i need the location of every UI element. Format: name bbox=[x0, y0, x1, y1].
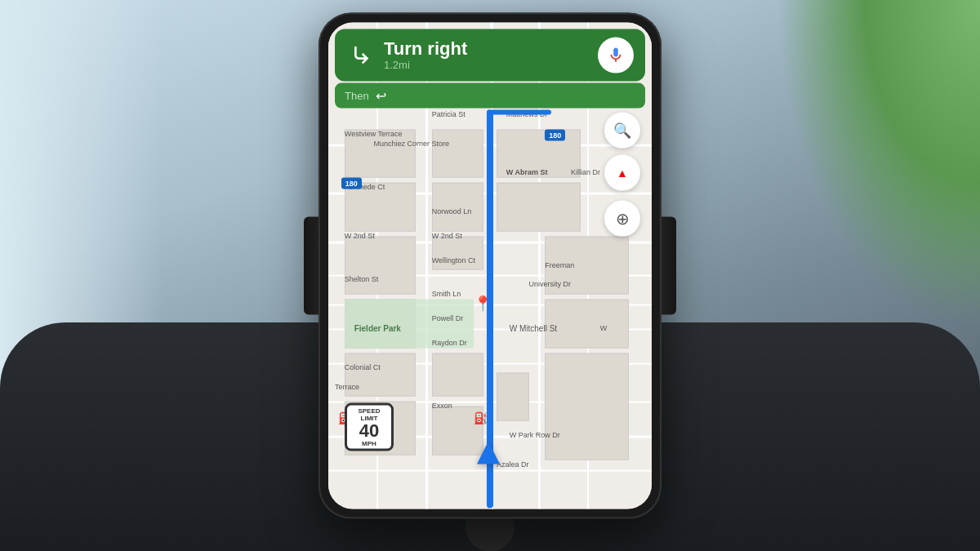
speed-number: 40 bbox=[349, 421, 390, 439]
street-label-killian: Killian Dr bbox=[571, 168, 600, 176]
street-label-w2nd-right: W 2nd St bbox=[432, 231, 462, 239]
park-label: Fielder Park bbox=[354, 324, 401, 333]
turn-direction-text: Turn right bbox=[384, 39, 467, 59]
street-label-wmitchell: W Mitchell St bbox=[510, 324, 557, 333]
layers-button[interactable]: ⊕ bbox=[604, 200, 640, 236]
street-label-shelton: Shelton St bbox=[345, 275, 379, 283]
street-label-azalea: Azalea Dr bbox=[497, 460, 529, 468]
car-interior: Similar ETA Patricia St Matthews Dr W Ab… bbox=[0, 0, 980, 551]
turn-distance-text: 1.2mi bbox=[384, 59, 467, 71]
turn-arrow-icon bbox=[346, 40, 376, 69]
poi-munchiez: Munchiez Corner Store bbox=[373, 139, 449, 147]
nav-header: Turn right 1.2mi The bbox=[328, 22, 652, 108]
then-arrow-icon: ↩ bbox=[376, 87, 386, 103]
highway-badge-180-right: 180 bbox=[545, 129, 565, 140]
search-button[interactable]: 🔍 bbox=[604, 112, 640, 148]
street-label-w: W bbox=[600, 324, 608, 332]
street-label-wellington: Wellington Ct bbox=[432, 256, 475, 264]
location-pin: 📍 bbox=[474, 295, 492, 313]
then-bar: Then ↩ bbox=[335, 82, 645, 108]
street-label-norwood: Norwood Ln bbox=[432, 207, 472, 216]
turn-right-bar: Turn right 1.2mi bbox=[335, 29, 645, 81]
fuel-marker-center: ⛽ bbox=[474, 411, 488, 424]
street-label-colonial: Colonial Ct bbox=[345, 362, 381, 371]
street-label-patricia: Patricia St bbox=[432, 109, 466, 118]
phone-screen: Similar ETA Patricia St Matthews Dr W Ab… bbox=[328, 22, 652, 509]
street-label-wparkrow: W Park Row Dr bbox=[510, 431, 560, 439]
compass-button[interactable]: ▲ bbox=[604, 154, 640, 190]
street-label-university: University Dr bbox=[529, 280, 572, 288]
street-label-exxon: Exxon bbox=[432, 402, 452, 410]
search-icon: 🔍 bbox=[613, 121, 631, 139]
speed-unit: MPH bbox=[349, 439, 390, 447]
street-label-westview: Westview Terrace bbox=[345, 129, 403, 137]
compass-icon: ▲ bbox=[617, 166, 628, 179]
street-label-powell: Powell Dr bbox=[432, 314, 464, 322]
mic-button[interactable] bbox=[598, 37, 634, 73]
highway-badge-180: 180 bbox=[341, 178, 362, 189]
street-label-freeman: Freeman bbox=[545, 260, 574, 269]
street-label-wabram: W Abram St bbox=[506, 168, 548, 176]
turn-text-block: Turn right 1.2mi bbox=[384, 39, 467, 71]
layers-icon: ⊕ bbox=[616, 208, 630, 228]
current-position-arrow bbox=[477, 441, 500, 464]
speed-limit-sign: SPEED LIMIT 40 MPH bbox=[345, 402, 394, 460]
phone-body: Similar ETA Patricia St Matthews Dr W Ab… bbox=[318, 12, 662, 518]
street-label-smith: Smith Ln bbox=[432, 290, 461, 298]
then-label: Then bbox=[345, 89, 369, 101]
background-trees bbox=[776, 0, 980, 327]
turn-info: Turn right 1.2mi bbox=[346, 39, 467, 71]
street-label-terrace: Terrace bbox=[335, 382, 359, 390]
street-label-w2nd-left: W 2nd St bbox=[345, 231, 375, 239]
street-label-raydon: Raydon Dr bbox=[432, 338, 467, 346]
phone-mount: Similar ETA Patricia St Matthews Dr W Ab… bbox=[318, 12, 662, 518]
speed-label: SPEED bbox=[349, 407, 390, 414]
